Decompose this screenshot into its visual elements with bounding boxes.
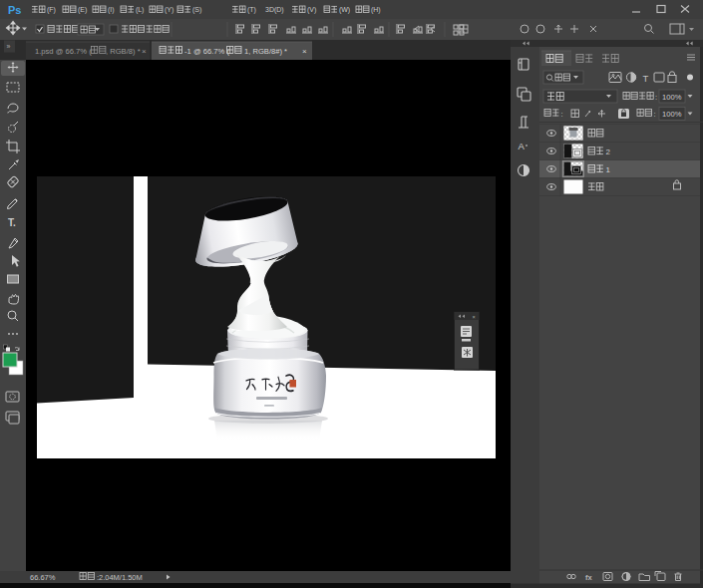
svg-text::: :: [560, 110, 562, 119]
svg-text:(F): (F): [47, 6, 56, 14]
svg-text:(V): (V): [307, 6, 316, 14]
svg-text:»: »: [7, 43, 11, 50]
svg-text:T: T: [643, 73, 649, 84]
svg-text:2: 2: [606, 147, 611, 156]
svg-text:100%: 100%: [662, 110, 682, 119]
svg-text:(W): (W): [339, 6, 350, 14]
svg-text:(I): (I): [108, 6, 115, 14]
svg-text:Ps: Ps: [8, 4, 21, 16]
svg-text:1, RGB/8#) *: 1, RGB/8#) *: [244, 47, 287, 56]
svg-text:(E): (E): [78, 6, 87, 14]
svg-text:100%: 100%: [662, 93, 682, 102]
svg-text:A: A: [519, 141, 526, 151]
svg-text:×: ×: [302, 47, 307, 56]
svg-text:fx: fx: [585, 573, 592, 582]
svg-text::2.04M/1.50M: :2.04M/1.50M: [97, 573, 143, 582]
svg-text:, RGB/8) *: , RGB/8) *: [106, 47, 141, 56]
svg-text:1.psd @ 66.7% (: 1.psd @ 66.7% (: [35, 47, 92, 56]
svg-text:(S): (S): [192, 6, 201, 14]
svg-text:×: ×: [473, 314, 476, 320]
svg-text:(H): (H): [371, 6, 381, 14]
svg-text::: :: [653, 110, 655, 119]
svg-text:×: ×: [142, 47, 147, 56]
svg-text:1: 1: [606, 165, 611, 174]
svg-text:(L): (L): [136, 6, 145, 14]
svg-text:3D(D): 3D(D): [265, 6, 284, 14]
svg-text:T.: T.: [8, 217, 16, 228]
svg-text:(Y): (Y): [165, 6, 174, 14]
svg-text:(T): (T): [247, 6, 256, 14]
svg-text::: :: [655, 93, 657, 102]
svg-text:66.67%: 66.67%: [30, 573, 56, 582]
svg-text:-1 @ 66.7% (: -1 @ 66.7% (: [184, 47, 229, 56]
